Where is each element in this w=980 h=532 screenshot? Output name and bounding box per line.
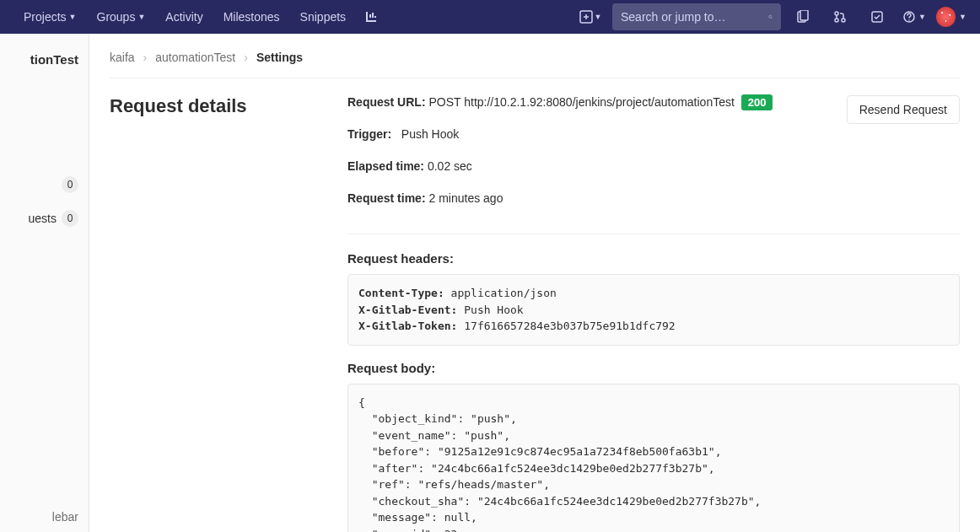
sidebar: tionTest 0 uests 0 lebar (0, 34, 89, 532)
merge-requests-icon[interactable] (825, 0, 855, 34)
svg-point-4 (835, 12, 838, 15)
help-icon[interactable]: ▼ (899, 0, 929, 34)
avatar (936, 7, 956, 27)
user-menu[interactable]: ▼ (936, 0, 967, 34)
request-headers-block: Content-Type: application/json X-Gitlab-… (347, 274, 960, 346)
sidebar-item[interactable]: 0 (0, 168, 89, 202)
badge: 0 (62, 210, 78, 227)
chevron-right-icon: › (143, 51, 148, 64)
sidebar-item-requests[interactable]: uests 0 (0, 202, 89, 235)
nav-activity[interactable]: Activity (155, 0, 213, 34)
elapsed-value: 0.02 sec (428, 159, 472, 173)
divider (347, 234, 960, 234)
reqtime-value: 2 minutes ago (428, 191, 503, 205)
breadcrumb-project[interactable]: automationTest (155, 51, 235, 64)
plus-icon[interactable]: ▼ (575, 0, 606, 34)
badge: 0 (62, 176, 78, 193)
collapse-sidebar[interactable]: lebar (52, 510, 78, 524)
svg-point-6 (842, 19, 845, 22)
todos-icon[interactable] (862, 0, 892, 34)
nav-milestones[interactable]: Milestones (213, 0, 290, 34)
request-headers-title: Request headers: (347, 251, 960, 266)
search-input[interactable] (621, 10, 768, 24)
breadcrumb-kaifa[interactable]: kaifa (110, 51, 135, 64)
request-url-label: Request URL: (347, 95, 426, 109)
sidebar-project-title[interactable]: tionTest (0, 44, 89, 75)
resend-request-button[interactable]: Resend Request (847, 95, 960, 124)
page-title: Request details (110, 95, 320, 117)
nav-snippets[interactable]: Snippets (290, 0, 356, 34)
trigger-value: Push Hook (401, 127, 459, 141)
search-icon (768, 10, 773, 24)
chevron-right-icon: › (244, 51, 248, 64)
reqtime-label: Request time: (347, 191, 426, 205)
request-body-block: { "object_kind": "push", "event_name": "… (347, 384, 960, 533)
issues-icon[interactable] (788, 0, 818, 34)
svg-point-1 (769, 15, 772, 18)
svg-point-5 (835, 19, 838, 22)
elapsed-label: Elapsed time: (347, 159, 424, 173)
chart-icon[interactable] (356, 0, 386, 34)
search-box[interactable] (612, 3, 781, 30)
breadcrumb: kaifa › automationTest › Settings (110, 44, 960, 78)
nav-groups[interactable]: Groups▼ (87, 0, 156, 34)
svg-rect-3 (800, 10, 808, 20)
request-url-value: POST http://10.2.1.92:8080/jenkins/proje… (428, 95, 734, 109)
breadcrumb-current: Settings (256, 51, 303, 64)
status-badge: 200 (741, 94, 773, 110)
nav-projects[interactable]: Projects▼ (13, 0, 87, 34)
top-navbar: Projects▼ Groups▼ Activity Milestones Sn… (0, 0, 980, 34)
request-body-title: Request body: (347, 361, 960, 375)
trigger-label: Trigger: (347, 127, 391, 141)
